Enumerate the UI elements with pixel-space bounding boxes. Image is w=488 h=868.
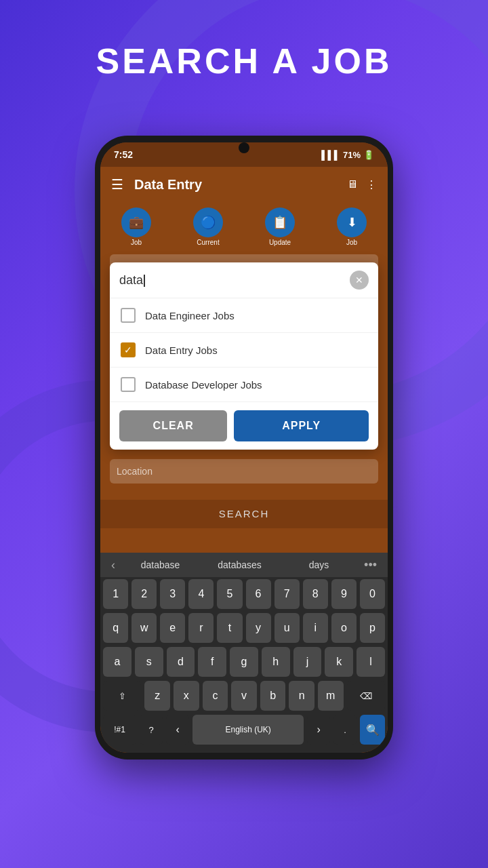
- key-n[interactable]: n: [289, 681, 314, 711]
- key-b[interactable]: b: [260, 681, 286, 711]
- keyboard-row-asdf: a s d f g h j k l: [100, 645, 388, 679]
- key-l[interactable]: l: [357, 647, 385, 677]
- status-time: 7:52: [114, 149, 133, 160]
- key-g[interactable]: g: [230, 647, 258, 677]
- question-key[interactable]: ?: [140, 715, 163, 745]
- key-v[interactable]: v: [231, 681, 257, 711]
- checkbox-database-developer[interactable]: [121, 377, 136, 392]
- space-key[interactable]: English (UK): [192, 715, 304, 745]
- key-2[interactable]: 2: [131, 579, 157, 609]
- key-p[interactable]: p: [360, 613, 385, 643]
- keyboard-search-key[interactable]: 🔍: [360, 715, 385, 745]
- key-d[interactable]: d: [167, 647, 195, 677]
- nav-icon-job1: 💼: [121, 208, 151, 237]
- key-u[interactable]: u: [274, 613, 300, 643]
- nav-icon-job2: ⬇: [337, 208, 367, 237]
- phone-container: 7:52 ▌▌▌ 71% 🔋 ☰ Data Entry 🖥 ⋮ �: [95, 136, 393, 760]
- key-i[interactable]: i: [303, 613, 328, 643]
- suggestion-more-icon[interactable]: •••: [359, 558, 382, 572]
- search-label: SEARCH: [219, 508, 270, 519]
- checkbox-label-database-developer: Database Developer Jobs: [145, 379, 262, 391]
- key-m[interactable]: m: [318, 681, 344, 711]
- key-z[interactable]: z: [144, 681, 170, 711]
- key-y[interactable]: y: [246, 613, 271, 643]
- key-x[interactable]: x: [174, 681, 199, 711]
- key-6[interactable]: 6: [246, 579, 271, 609]
- menu-icon[interactable]: ☰: [111, 176, 123, 193]
- key-0[interactable]: 0: [360, 579, 385, 609]
- key-c[interactable]: c: [203, 681, 228, 711]
- battery-text: 71%: [343, 150, 361, 160]
- search-dialog: data ✕ Data Engineer Jobs ✓ Data Entry J…: [110, 262, 378, 450]
- nav-label-update: Update: [269, 239, 291, 246]
- key-w[interactable]: w: [131, 613, 157, 643]
- clear-search-button[interactable]: ✕: [350, 271, 369, 290]
- checkmark-icon: ✓: [124, 344, 132, 355]
- phone-frame: 7:52 ▌▌▌ 71% 🔋 ☰ Data Entry 🖥 ⋮ �: [95, 136, 393, 760]
- key-5[interactable]: 5: [217, 579, 242, 609]
- checkbox-label-data-engineer: Data Engineer Jobs: [145, 310, 235, 321]
- search-button-bar[interactable]: SEARCH: [100, 500, 388, 528]
- keyboard: ‹ database databases days ••• 1 2 3 4 5 …: [100, 553, 388, 753]
- key-o[interactable]: o: [331, 613, 357, 643]
- checkbox-data-engineer[interactable]: [121, 308, 136, 323]
- forward-key[interactable]: ›: [307, 715, 330, 745]
- checkbox-item-database-developer[interactable]: Database Developer Jobs: [110, 368, 378, 402]
- key-t[interactable]: t: [217, 613, 242, 643]
- nav-item-current[interactable]: 🔵 Current: [193, 208, 223, 246]
- key-4[interactable]: 4: [188, 579, 214, 609]
- key-1[interactable]: 1: [103, 579, 128, 609]
- key-h[interactable]: h: [262, 647, 290, 677]
- suggestion-days[interactable]: days: [279, 557, 359, 573]
- apply-button[interactable]: APPLY: [234, 410, 369, 441]
- battery-icon: 🔋: [363, 150, 374, 160]
- backspace-key[interactable]: ⌫: [347, 681, 385, 711]
- key-q[interactable]: q: [103, 613, 128, 643]
- monitor-icon[interactable]: 🖥: [347, 178, 358, 191]
- back-key[interactable]: ‹: [166, 715, 189, 745]
- app-header: ☰ Data Entry 🖥 ⋮: [100, 167, 388, 202]
- key-k[interactable]: k: [325, 647, 353, 677]
- location-input[interactable]: Location: [110, 459, 378, 484]
- key-j[interactable]: j: [293, 647, 322, 677]
- nav-icon-current: 🔵: [193, 208, 223, 237]
- nav-icon-update: 📋: [265, 208, 295, 237]
- checkbox-item-data-engineer[interactable]: Data Engineer Jobs: [110, 298, 378, 333]
- suggestion-databases[interactable]: databases: [200, 557, 279, 573]
- suggestion-database[interactable]: database: [121, 557, 200, 573]
- header-icons: 🖥 ⋮: [347, 178, 377, 191]
- key-e[interactable]: e: [160, 613, 185, 643]
- key-r[interactable]: r: [188, 613, 214, 643]
- clear-button[interactable]: CLEAR: [119, 410, 227, 441]
- search-input[interactable]: data: [119, 273, 350, 288]
- status-icons: ▌▌▌ 71% 🔋: [321, 150, 374, 160]
- nav-item-job1[interactable]: 💼 Job: [121, 208, 151, 246]
- nav-label-job2: Job: [346, 239, 357, 246]
- key-3[interactable]: 3: [160, 579, 185, 609]
- nav-item-job2[interactable]: ⬇ Job: [337, 208, 367, 246]
- dialog-buttons: CLEAR APPLY: [110, 402, 378, 450]
- key-s[interactable]: s: [135, 647, 163, 677]
- checkbox-data-entry[interactable]: ✓: [121, 342, 136, 357]
- page-title: SEARCH A JOB: [0, 41, 488, 81]
- location-placeholder: Location: [117, 466, 152, 477]
- camera-notch: [239, 142, 249, 153]
- keyboard-row-qwerty: q w e r t y u i o p: [100, 611, 388, 645]
- phone-screen: 7:52 ▌▌▌ 71% 🔋 ☰ Data Entry 🖥 ⋮ �: [100, 142, 388, 753]
- nav-label-job1: Job: [131, 239, 142, 246]
- key-8[interactable]: 8: [303, 579, 328, 609]
- period-key[interactable]: .: [333, 715, 357, 745]
- symbols-key[interactable]: !#1: [103, 715, 136, 745]
- shift-key[interactable]: ⇧: [103, 681, 141, 711]
- key-f[interactable]: f: [198, 647, 226, 677]
- signal-icon: ▌▌▌: [321, 150, 340, 160]
- key-7[interactable]: 7: [274, 579, 300, 609]
- key-9[interactable]: 9: [331, 579, 357, 609]
- checkbox-item-data-entry[interactable]: ✓ Data Entry Jobs: [110, 333, 378, 368]
- nav-item-update[interactable]: 📋 Update: [265, 208, 295, 246]
- key-a[interactable]: a: [103, 647, 131, 677]
- back-arrow-icon[interactable]: ‹: [106, 558, 121, 572]
- more-options-icon[interactable]: ⋮: [366, 178, 377, 191]
- keyboard-row-bottom: !#1 ? ‹ English (UK) › . 🔍: [100, 713, 388, 753]
- keyboard-row-zxcv: ⇧ z x c v b n m ⌫: [100, 679, 388, 713]
